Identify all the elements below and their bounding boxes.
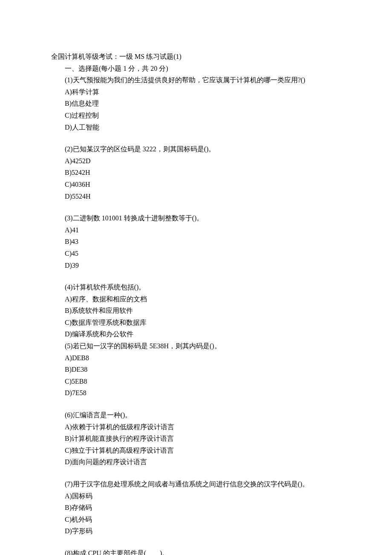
spacer [51, 399, 341, 410]
q1-option-b: B)信息处理 [51, 98, 341, 109]
document-title: 全国计算机等级考试：一级 MS 练习试题(1) [51, 51, 341, 62]
spacer [51, 272, 341, 282]
q1-option-c: C)过程控制 [51, 110, 341, 121]
spacer [51, 538, 341, 548]
q6-option-c: C)独立于计算机的高级程序设计语言 [51, 445, 341, 456]
q2-prompt: (2)已知某汉字的区位码是 3222，则其国标码是()。 [51, 144, 341, 155]
q3-prompt: (3)二进制数 101001 转换成十进制整数等于()。 [51, 213, 341, 224]
q1-prompt: (1)天气预报能为我们的生活提供良好的帮助，它应该属于计算机的哪一类应用?() [51, 75, 341, 86]
q7-option-c: C)机外码 [51, 514, 341, 525]
q4-option-c: C)数据库管理系统和数据库 [51, 317, 341, 328]
q5-option-d: D)7E58 [51, 387, 341, 399]
q7-prompt: (7)用于汉字信息处理系统之间或者与通信系统之间进行信息交换的汉字代码是()。 [51, 479, 341, 490]
q1-option-d: D)人工智能 [51, 122, 341, 133]
q1-option-a: A)科学计算 [51, 87, 341, 98]
section-header: 一、选择题(每小题 1 分，共 20 分) [51, 63, 341, 74]
q7-option-a: A)国标码 [51, 491, 341, 502]
q3-option-d: D)39 [51, 260, 341, 271]
spacer [51, 133, 341, 144]
q7-option-b: B)存储码 [51, 502, 341, 513]
q5-option-a: A)DEB8 [51, 353, 341, 364]
q6-option-d: D)面向问题的程序设计语言 [51, 457, 341, 468]
q8-prompt: (8)构成 CPU 的主要部件是( )。 [51, 548, 341, 555]
q5-prompt: (5)若已知一汉字的国标码是 5E38H，则其内码是()。 [51, 341, 341, 352]
q5-option-c: C)5EB8 [51, 376, 341, 387]
q4-prompt: (4)计算机软件系统包括()。 [51, 282, 341, 293]
q5-option-b: B)DE38 [51, 364, 341, 375]
q2-option-d: D)5524H [51, 191, 341, 202]
spacer [51, 468, 341, 479]
q6-option-b: B)计算机能直接执行的程序设计语言 [51, 433, 341, 444]
q2-option-b: B)5242H [51, 167, 341, 178]
q6-prompt: (6)汇编语言是一种()。 [51, 410, 341, 421]
q4-option-a: A)程序、数据和相应的文档 [51, 294, 341, 305]
q6-option-a: A)依赖于计算机的低级程序设计语言 [51, 422, 341, 433]
q3-option-c: C)45 [51, 248, 341, 259]
q2-option-c: C)4036H [51, 179, 341, 190]
q7-option-d: D)字形码 [51, 526, 341, 537]
spacer [51, 202, 341, 213]
q4-option-d: D)编译系统和办公软件 [51, 329, 341, 340]
q3-option-a: A)41 [51, 225, 341, 236]
q4-option-b: B)系统软件和应用软件 [51, 305, 341, 316]
q2-option-a: A)4252D [51, 156, 341, 167]
q3-option-b: B)43 [51, 236, 341, 247]
